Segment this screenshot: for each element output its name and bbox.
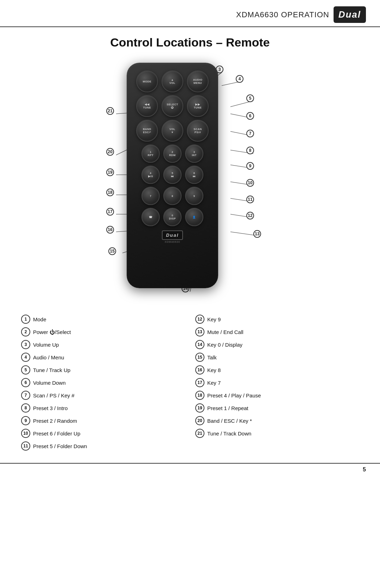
header-title: XDMA6630 OPERATION [236, 10, 329, 19]
callout-18: 18 [106, 188, 114, 196]
callout-circle-6: 6 [246, 112, 254, 120]
key3-int-button[interactable]: 3INT [185, 144, 203, 163]
legend-col-right: 12 Key 9 13 Mute / End Call 14 Key 0 / D… [195, 313, 359, 452]
legend-item-14: 14 Key 0 / Display [195, 338, 359, 351]
legend-item-9: 9 Preset 2 / Random [21, 414, 185, 427]
callout-20: 20 [106, 148, 114, 156]
legend-item-8: 8 Preset 3 / Intro [21, 402, 185, 414]
mute-endcall-button[interactable]: 👤 [185, 208, 203, 226]
talk-button[interactable]: ☎ [141, 208, 160, 226]
tune-back-button[interactable]: ◀◀TUNE [136, 95, 158, 117]
legend-item-12: 12 Key 9 [195, 313, 359, 326]
legend-item-2: 2 Power ⏻/Select [21, 326, 185, 338]
legend-item-17: 17 Key 7 [195, 376, 359, 389]
legend-item-20: 20 Band / ESC / Key * [195, 414, 359, 427]
callout-circle-21: 21 [106, 107, 114, 115]
legend-item-6: 6 Volume Down [21, 376, 185, 389]
brand-logo: Dual [334, 6, 366, 23]
legend-item-18: 18 Preset 4 / Play / Pause [195, 389, 359, 402]
key6-next-button[interactable]: 6⏭ [185, 166, 203, 184]
callout-5: 5 [246, 94, 254, 102]
callout-11: 11 [246, 196, 254, 203]
callout-13: 13 [253, 230, 261, 238]
callout-circle-5: 5 [246, 94, 254, 102]
key2-rdm-button[interactable]: 2RDM [163, 144, 182, 163]
callout-9: 9 [246, 162, 254, 170]
audio-menu-button[interactable]: AUDIOMENU [187, 70, 209, 92]
callout-circle-15: 15 [108, 247, 116, 255]
callout-16: 16 [106, 226, 114, 234]
btn-row-3: BANDESC/* VOL▼ SCANPS/# [136, 120, 209, 142]
callout-circle-17: 17 [106, 208, 114, 216]
legend-item-1: 1 Mode [21, 313, 185, 326]
vol-down-button[interactable]: VOL▼ [162, 120, 183, 142]
band-esc-button[interactable]: BANDESC/* [136, 120, 158, 142]
callout-circle-10: 10 [246, 179, 254, 187]
page-number: 5 [363, 466, 366, 473]
header: XDMA6630 OPERATION Dual [0, 0, 380, 27]
callout-circle-20: 20 [106, 148, 114, 156]
callout-circle-7: 7 [246, 130, 254, 137]
callout-21: 21 [106, 107, 114, 115]
callout-17: 17 [106, 208, 114, 216]
select-power-button[interactable]: SELECT⏻ [162, 95, 183, 117]
remote-wrapper: 1 2 3 4 5 6 7 8 9 10 11 [70, 56, 310, 302]
scan-ps-button[interactable]: SCANPS/# [187, 120, 209, 142]
callout-8: 8 [246, 147, 254, 154]
key5-prev-button[interactable]: 5⏮ [163, 166, 182, 184]
mode-button[interactable]: MODE [136, 70, 158, 92]
key0-disp-button[interactable]: 0DISP [163, 208, 182, 226]
legend-item-13: 13 Mute / End Call [195, 326, 359, 338]
model-label: XDMA6630 [236, 10, 279, 19]
callout-19: 19 [106, 168, 114, 176]
callout-circle-13: 13 [253, 230, 261, 238]
callout-15: 15 [108, 247, 116, 255]
legend-item-5: 5 Tune / Track Up [21, 364, 185, 376]
callout-circle-9: 9 [246, 162, 254, 170]
callout-7: 7 [246, 130, 254, 137]
legend-item-19: 19 Preset 1 / Repeat [195, 402, 359, 414]
btn-row-6: 7 8 9 [141, 187, 203, 205]
legend-item-21: 21 Tune / Track Down [195, 427, 359, 440]
key8-button[interactable]: 8 [163, 187, 182, 205]
callout-6: 6 [246, 112, 254, 120]
callout-circle-12: 12 [246, 212, 254, 219]
legend-item-10: 10 Preset 6 / Folder Up [21, 427, 185, 440]
callout-circle-8: 8 [246, 147, 254, 154]
callout-12: 12 [246, 212, 254, 219]
legend-item-3: 3 Volume Up [21, 338, 185, 351]
callout-circle-16: 16 [106, 226, 114, 234]
remote-section: 1 2 3 4 5 6 7 8 9 10 11 [0, 56, 380, 302]
legend-item-16: 16 Key 8 [195, 364, 359, 376]
key4-play-button[interactable]: 4▶/II [141, 166, 160, 184]
legend-item-7: 7 Scan / PS / Key # [21, 389, 185, 402]
vol-up-button[interactable]: ▲VOL [162, 70, 183, 92]
callout-circle-4: 4 [236, 75, 243, 83]
callout-circle-11: 11 [246, 196, 254, 203]
operation-label: OPERATION [281, 10, 329, 19]
page-title: Control Locations – Remote [0, 36, 380, 49]
legend-col-left: 1 Mode 2 Power ⏻/Select 3 Volume Up 4 Au… [21, 313, 185, 452]
tune-forward-button[interactable]: ▶▶TUNE [187, 95, 209, 117]
btn-row-4: 1RPT 2RDM 3INT [141, 144, 203, 163]
legend-item-11: 11 Preset 5 / Folder Down [21, 440, 185, 452]
callout-4: 4 [236, 75, 243, 83]
key9-button[interactable]: 9 [185, 187, 203, 205]
legend-section: 1 Mode 2 Power ⏻/Select 3 Volume Up 4 Au… [0, 313, 380, 452]
remote-control: MODE ▲VOL AUDIOMENU ◀◀TUNE SELECT⏻ ▶▶T [127, 63, 218, 288]
footer: 5 [0, 463, 380, 476]
btn-row-7: ☎ 0DISP 👤 [141, 208, 203, 226]
btn-row-5: 4▶/II 5⏮ 6⏭ [141, 166, 203, 184]
key1-rpt-button[interactable]: 1RPT [141, 144, 160, 163]
callout-circle-18: 18 [106, 188, 114, 196]
legend-item-4: 4 Audio / Menu [21, 351, 185, 364]
remote-logo: Dual XDMA6630 [162, 230, 183, 243]
btn-row-2: ◀◀TUNE SELECT⏻ ▶▶TUNE [136, 95, 209, 117]
callout-circle-19: 19 [106, 168, 114, 176]
btn-row-1: MODE ▲VOL AUDIOMENU [136, 70, 209, 92]
key7-button[interactable]: 7 [141, 187, 160, 205]
legend-item-15: 15 Talk [195, 351, 359, 364]
callout-10: 10 [246, 179, 254, 187]
